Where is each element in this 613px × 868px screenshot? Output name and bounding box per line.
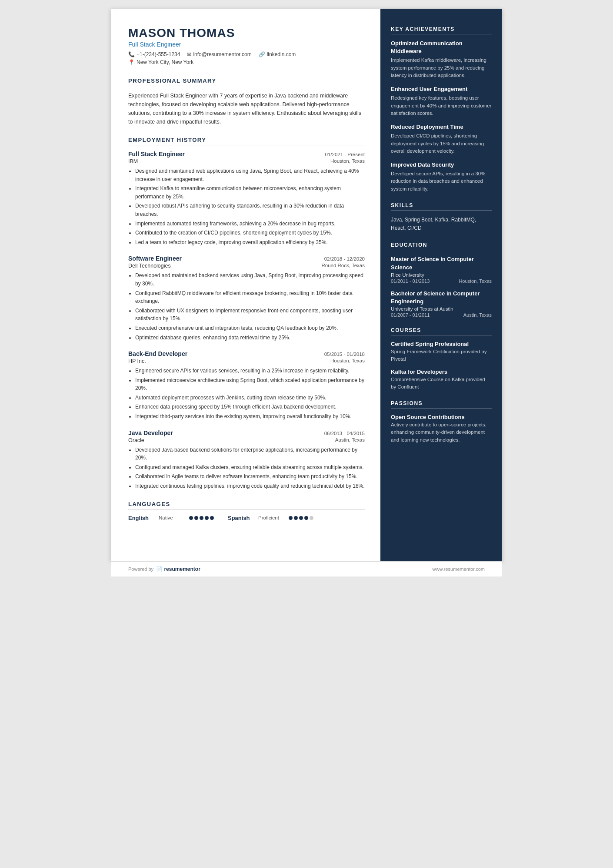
linkedin-url: linkedin.com — [267, 51, 296, 57]
achievements-section: KEY ACHIEVEMENTS Optimized Communication… — [391, 26, 492, 193]
job-header: Back-End Developer 05/2015 - 01/2018 — [128, 350, 365, 357]
dot-filled — [289, 516, 293, 520]
skills-title: SKILLS — [391, 202, 492, 211]
footer-brand: 📄 resumementor — [156, 566, 200, 572]
employment-title: EMPLOYMENT HISTORY — [128, 137, 365, 145]
job-company: HP Inc. — [128, 358, 146, 364]
bullet-item: Enhanced data processing speed by 15% th… — [135, 403, 365, 411]
bullet-item: Automated deployment processes with Jenk… — [135, 394, 365, 402]
skills-section: SKILLS Java, Spring Boot, Kafka, RabbitM… — [391, 202, 492, 232]
course-desc: Spring Framework Certification provided … — [391, 348, 492, 363]
summary-title: PROFESSIONAL SUMMARY — [128, 77, 365, 86]
course-name: Certified Spring Professional — [391, 341, 492, 347]
page-wrapper: MASON THOMAS Full Stack Engineer 📞 +1-(2… — [111, 9, 502, 576]
achievement-name: Enhanced User Engagement — [391, 85, 492, 93]
job-company-row: Dell Technologies Round Rock, Texas — [128, 263, 365, 269]
employment-section: EMPLOYMENT HISTORY Full Stack Engineer 0… — [128, 137, 365, 490]
bullet-item: Led a team to refactor legacy code, impr… — [135, 238, 365, 247]
footer-logo: Powered by 📄 resumementor — [128, 566, 200, 572]
summary-text: Experienced Full Stack Engineer with 7 y… — [128, 91, 365, 126]
link-icon: 🔗 — [259, 51, 265, 57]
candidate-title: Full Stack Engineer — [128, 41, 365, 48]
job-company-row: IBM Houston, Texas — [128, 158, 365, 164]
job-bullets: Designed and maintained web applications… — [128, 167, 365, 246]
edu-dates: 01/2011 - 01/2013 — [391, 278, 430, 284]
bullet-item: Collaborated with UX designers to implem… — [135, 307, 365, 323]
languages-title: LANGUAGES — [128, 501, 365, 509]
job-location: Round Rock, Texas — [321, 263, 365, 269]
job-company-row: Oracle Austin, Texas — [128, 437, 365, 443]
summary-section: PROFESSIONAL SUMMARY Experienced Full St… — [128, 77, 365, 126]
job-item: Java Developer 06/2013 - 04/2015 Oracle … — [128, 429, 365, 490]
dot-filled — [294, 516, 298, 520]
bullet-item: Configured and managed Kafka clusters, e… — [135, 463, 365, 472]
bullet-item: Designed and maintained web applications… — [135, 167, 365, 183]
lang-dots — [289, 516, 313, 520]
job-company: Oracle — [128, 437, 144, 443]
edu-loc: Houston, Texas — [459, 278, 492, 284]
bullet-item: Engineered secure APIs for various servi… — [135, 367, 365, 375]
course-name: Kafka for Developers — [391, 369, 492, 375]
achievement-name: Reduced Deployment Time — [391, 123, 492, 131]
course-item: Certified Spring Professional Spring Fra… — [391, 341, 492, 363]
dot-filled — [210, 516, 214, 520]
job-title: Java Developer — [128, 429, 173, 436]
achievement-desc: Developed secure APIs, resulting in a 30… — [391, 170, 492, 193]
education-title: EDUCATION — [391, 242, 492, 250]
job-header: Software Engineer 02/2018 - 12/2020 — [128, 255, 365, 262]
location-icon: 📍 — [128, 59, 135, 65]
bullet-item: Integrated continuous testing pipelines,… — [135, 482, 365, 490]
edu-item: Bachelor of Science in Computer Engineer… — [391, 290, 492, 318]
dot-filled — [200, 516, 203, 520]
lang-dots — [189, 516, 214, 520]
edu-dates-loc: 01/2007 - 01/2011 Austin, Texas — [391, 312, 492, 318]
edu-dates: 01/2007 - 01/2011 — [391, 312, 430, 318]
job-dates: 01/2021 - Present — [325, 152, 365, 157]
lang-name: Spanish — [228, 515, 254, 521]
job-header: Full Stack Engineer 01/2021 - Present — [128, 151, 365, 158]
phone-item: 📞 +1-(234)-555-1234 — [128, 51, 180, 57]
powered-by-text: Powered by — [128, 566, 153, 572]
job-dates: 02/2018 - 12/2020 — [324, 256, 365, 261]
job-location: Houston, Texas — [330, 158, 365, 164]
dot-filled — [299, 516, 303, 520]
passion-item: Open Source Contributions Actively contr… — [391, 414, 492, 444]
achievement-item: Enhanced User Engagement Redesigned key … — [391, 85, 492, 117]
achievement-desc: Redesigned key features, boosting user e… — [391, 94, 492, 117]
job-location: Houston, Texas — [330, 358, 365, 364]
bullet-item: Integrated Kafka to streamline communica… — [135, 184, 365, 201]
courses-section: COURSES Certified Spring Professional Sp… — [391, 327, 492, 391]
dot-filled — [205, 516, 209, 520]
bullet-item: Configured RabbitMQ middleware for effic… — [135, 289, 365, 305]
bullet-item: Contributed to the creation of CI/CD pip… — [135, 229, 365, 237]
edu-degree: Bachelor of Science in Computer Engineer… — [391, 290, 492, 305]
languages-row: English Native Spanish Proficient — [128, 515, 365, 521]
dot-empty — [310, 516, 313, 520]
achievements-title: KEY ACHIEVEMENTS — [391, 26, 492, 34]
bullet-item: Implemented automated testing frameworks… — [135, 220, 365, 228]
education-section: EDUCATION Master of Science in Computer … — [391, 242, 492, 318]
edu-school: Rice University — [391, 272, 492, 278]
job-dates: 06/2013 - 04/2015 — [324, 431, 365, 436]
edu-item: Master of Science in Computer Science Ri… — [391, 255, 492, 283]
bullet-item: Integrated third-party services into the… — [135, 412, 365, 421]
bullet-item: Implemented microservice architecture us… — [135, 376, 365, 392]
email-item: ✉ info@resumementor.com — [187, 51, 251, 57]
edu-school: University of Texas at Austin — [391, 306, 492, 312]
left-column: MASON THOMAS Full Stack Engineer 📞 +1-(2… — [111, 9, 380, 561]
edu-degree: Master of Science in Computer Science — [391, 255, 492, 271]
job-bullets: Engineered secure APIs for various servi… — [128, 367, 365, 421]
job-location: Austin, Texas — [335, 437, 365, 443]
job-dates: 05/2015 - 01/2018 — [324, 352, 365, 357]
passions-section: PASSIONS Open Source Contributions Activ… — [391, 400, 492, 444]
footer-brand-icon: 📄 — [156, 566, 163, 572]
dot-filled — [304, 516, 308, 520]
bullet-item: Developed robust APIs adhering to securi… — [135, 202, 365, 218]
courses-title: COURSES — [391, 327, 492, 335]
job-item: Full Stack Engineer 01/2021 - Present IB… — [128, 151, 365, 246]
header-section: MASON THOMAS Full Stack Engineer 📞 +1-(2… — [128, 26, 365, 65]
achievement-name: Improved Data Security — [391, 161, 492, 169]
edu-dates-loc: 01/2011 - 01/2013 Houston, Texas — [391, 278, 492, 284]
location-text: New York City, New York — [137, 59, 193, 65]
job-title: Back-End Developer — [128, 350, 187, 357]
